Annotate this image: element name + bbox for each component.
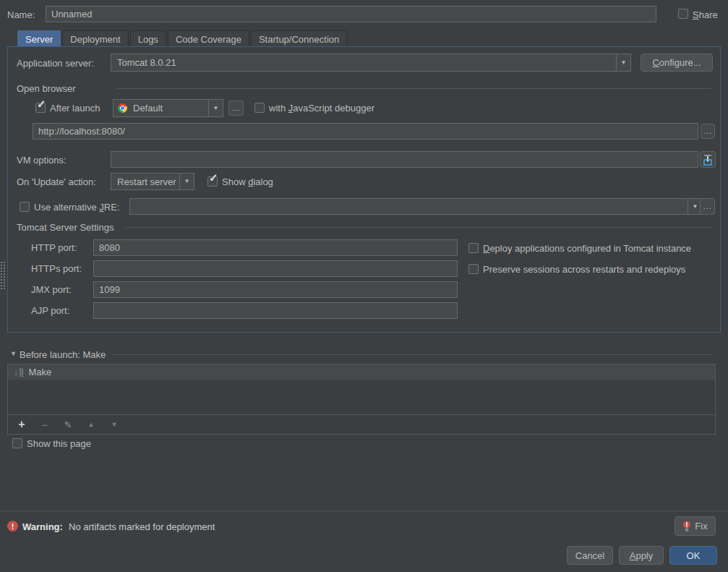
check-icon: ✓ [209, 171, 218, 184]
list-item-make[interactable]: ↓ 01 10 01 Make [8, 364, 715, 380]
fix-button[interactable]: Fix [675, 516, 716, 536]
update-action-combobox[interactable]: Restart server ▼ [111, 173, 194, 190]
show-dialog-checkbox[interactable]: ✓ [207, 176, 218, 187]
show-this-page-label[interactable]: Show this page [27, 438, 91, 449]
chevron-down-icon[interactable]: ▼ [208, 100, 223, 116]
jre-browse-button[interactable]: ... [700, 198, 715, 215]
configure-button[interactable]: Configure... [641, 54, 713, 72]
http-port-input[interactable] [93, 239, 458, 256]
vm-options-input[interactable] [111, 151, 698, 168]
move-up-icon[interactable]: ▲ [86, 422, 96, 428]
startup-url-input[interactable] [33, 123, 698, 140]
preserve-sessions-label[interactable]: Preserve sessions across restarts and re… [483, 264, 685, 275]
group-separator [116, 88, 711, 89]
after-launch-label[interactable]: After launch [50, 103, 100, 114]
add-icon[interactable]: + [17, 419, 27, 430]
name-label: Name: [7, 9, 35, 20]
chrome-browser-icon [118, 103, 127, 113]
after-launch-checkbox[interactable]: ✓ [35, 103, 46, 113]
run-debug-configuration-dialog: Name: Share Server Deployment Logs Code … [0, 0, 728, 572]
group-separator [126, 227, 711, 228]
application-server-combobox[interactable]: Tomcat 8.0.21 ▼ [111, 54, 631, 72]
browser-combobox[interactable]: Default ▼ [113, 99, 223, 117]
chevron-down-icon[interactable]: ▼ [179, 174, 194, 189]
alternative-jre-label[interactable]: Use alternative JRE: [34, 202, 120, 213]
collapse-arrow-icon[interactable]: ▼ [10, 350, 17, 357]
deploy-applications-label[interactable]: Deploy applications configured in Tomcat… [483, 243, 691, 254]
alternative-jre-combobox[interactable]: ▼ [129, 198, 703, 215]
vm-options-label: VM options: [17, 155, 67, 166]
splitter-drag-handle[interactable] [1, 262, 5, 289]
preserve-sessions-checkbox[interactable] [468, 264, 479, 274]
js-debugger-checkbox[interactable] [254, 103, 265, 113]
list-item-label: Make [29, 367, 52, 377]
warning-label: Warning: [22, 521, 63, 532]
application-server-label: Application server: [17, 58, 94, 69]
make-icon: ↓ 01 10 01 [14, 367, 24, 377]
edit-icon[interactable]: ✎ [63, 420, 73, 430]
tomcat-settings-group-label: Tomcat Server Settings [17, 222, 114, 233]
alternative-jre-checkbox[interactable] [20, 202, 30, 212]
ellipsis-icon: ... [231, 104, 240, 112]
before-launch-list[interactable]: ↓ 01 10 01 Make [8, 364, 715, 414]
group-separator [112, 354, 712, 355]
share-checkbox[interactable] [678, 9, 688, 19]
ellipsis-icon: ... [703, 127, 712, 135]
show-this-page-checkbox[interactable] [12, 438, 22, 448]
deploy-applications-checkbox[interactable] [468, 243, 479, 253]
open-browser-group-label: Open browser [17, 83, 76, 94]
before-launch-toolbar: + − ✎ ▲ ▼ [8, 414, 715, 434]
expand-field-icon [702, 154, 714, 166]
quickfix-bulb-icon [682, 521, 691, 532]
apply-button[interactable]: Apply [619, 546, 664, 565]
before-launch-header[interactable]: Before launch: Make [20, 349, 106, 360]
js-debugger-label[interactable]: with JavaScript debugger [269, 103, 374, 114]
ajp-port-label: AJP port: [31, 305, 69, 316]
footer-separator [0, 511, 728, 511]
cancel-button[interactable]: Cancel [567, 546, 613, 565]
name-input[interactable] [46, 6, 656, 22]
server-tab-panel: Application server: Tomcat 8.0.21 ▼ Conf… [7, 46, 721, 333]
before-launch-listbox: ↓ 01 10 01 Make + − ✎ ▲ ▼ [7, 364, 716, 435]
warning-icon: ! [7, 521, 18, 532]
ellipsis-icon: ... [703, 202, 711, 210]
update-action-label: On 'Update' action: [17, 176, 96, 187]
ok-button[interactable]: OK [669, 546, 717, 565]
remove-icon[interactable]: − [40, 419, 50, 430]
check-icon: ✓ [37, 98, 46, 111]
expand-field-button[interactable] [700, 151, 716, 168]
warning-text: No artifacts marked for deployment [69, 521, 215, 532]
http-port-label: HTTP port: [31, 242, 77, 253]
share-label[interactable]: Share [693, 9, 718, 20]
jmx-port-input[interactable] [93, 281, 458, 298]
ajp-port-input[interactable] [93, 302, 458, 319]
browser-more-button[interactable]: ... [228, 101, 244, 116]
show-dialog-label[interactable]: Show dialog [222, 176, 273, 187]
jmx-port-label: JMX port: [31, 284, 72, 295]
chevron-down-icon[interactable]: ▼ [616, 54, 630, 71]
https-port-input[interactable] [93, 260, 458, 277]
url-more-button[interactable]: ... [701, 124, 715, 139]
https-port-label: HTTPs port: [31, 263, 82, 274]
move-down-icon[interactable]: ▼ [109, 422, 119, 428]
